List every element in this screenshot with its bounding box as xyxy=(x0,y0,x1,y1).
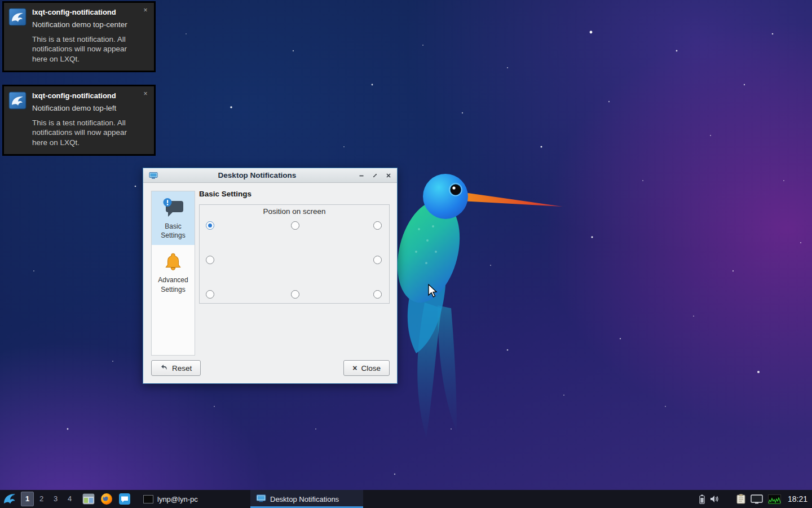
battery-icon[interactable] xyxy=(699,494,705,504)
volume-icon[interactable] xyxy=(710,494,720,503)
taskbar-panel: 1 2 3 4 xyxy=(0,490,812,508)
task-list: lynp@lyn-pc Desktop Notifications xyxy=(138,490,363,508)
radio-position-bottom-left[interactable] xyxy=(206,290,214,299)
firefox-launcher-icon[interactable] xyxy=(100,493,113,505)
window-icon xyxy=(149,171,158,180)
cpu-monitor-icon[interactable] xyxy=(768,494,781,504)
notification-content: lxqt-config-notificationd Notification d… xyxy=(32,91,148,147)
messenger-launcher-icon[interactable] xyxy=(118,493,131,505)
terminal-icon xyxy=(143,495,153,503)
lxqt-app-icon xyxy=(8,91,28,147)
groupbox-title: Position on screen xyxy=(200,205,389,216)
restore-icon[interactable] xyxy=(370,171,380,180)
sidebar-item-label: Advanced Settings xyxy=(158,276,188,293)
start-menu-button[interactable] xyxy=(0,490,19,508)
file-manager-launcher-icon[interactable] xyxy=(82,493,95,505)
dialog-close-button[interactable]: × Close xyxy=(343,360,390,376)
workspace-1[interactable]: 1 xyxy=(21,492,34,506)
clipboard-icon[interactable] xyxy=(736,494,745,504)
task-label: lynp@lyn-pc xyxy=(157,495,198,503)
notification-app-name: lxqt-config-notificationd xyxy=(32,8,143,16)
lxqt-app-icon xyxy=(8,8,28,64)
desktop[interactable]: lxqt-config-notificationd Notification d… xyxy=(0,0,812,508)
hummingbird-wallpaper-art xyxy=(394,167,585,461)
workspace-4[interactable]: 4 xyxy=(63,492,76,506)
reset-label: Reset xyxy=(172,364,192,373)
radio-position-bottom-right[interactable] xyxy=(373,290,382,299)
notification-body: This is a test notification. All notific… xyxy=(32,34,143,64)
task-label: Desktop Notifications xyxy=(270,495,339,503)
notification-summary: Notification demo top-left xyxy=(32,103,143,113)
notification-close-icon[interactable]: × xyxy=(142,90,149,98)
system-tray: 18:21 xyxy=(699,494,812,504)
task-desktop-notifications[interactable]: Desktop Notifications xyxy=(250,490,363,508)
notification-popup-1: lxqt-config-notificationd Notification d… xyxy=(2,1,156,72)
notification-app-name: lxqt-config-notificationd xyxy=(32,91,143,100)
dialog-footer: Reset × Close xyxy=(151,360,390,376)
task-terminal[interactable]: lynp@lyn-pc xyxy=(138,490,250,508)
sidebar-item-label: Basic Settings xyxy=(161,222,185,239)
window-body: Basic Settings Advanced Settings Basic S… xyxy=(143,183,397,383)
radio-position-top-right[interactable] xyxy=(373,221,382,230)
desktop-notifications-icon xyxy=(256,493,266,505)
radio-position-top-left[interactable] xyxy=(206,221,214,230)
notification-content: lxqt-config-notificationd Notification d… xyxy=(32,8,148,64)
window-title: Desktop Notifications xyxy=(158,171,356,179)
workspace-switcher: 1 2 3 4 xyxy=(20,492,77,506)
radio-position-bottom-center[interactable] xyxy=(291,290,299,299)
workspace-3[interactable]: 3 xyxy=(49,492,62,506)
settings-sidebar: Basic Settings Advanced Settings xyxy=(151,191,195,356)
close-icon[interactable] xyxy=(383,171,394,180)
notification-close-icon[interactable]: × xyxy=(142,7,149,15)
lxqt-logo-icon xyxy=(2,492,17,506)
display-icon[interactable] xyxy=(751,494,763,504)
quick-launch xyxy=(82,493,131,505)
clock[interactable]: 18:21 xyxy=(788,494,807,503)
notification-body: This is a test notification. All notific… xyxy=(32,118,143,148)
window-controls xyxy=(356,171,394,180)
mouse-cursor xyxy=(427,284,438,299)
advanced-settings-bell-icon xyxy=(153,251,193,274)
page-heading: Basic Settings xyxy=(199,190,390,198)
reset-icon xyxy=(160,364,168,373)
close-glyph-icon: × xyxy=(352,364,357,373)
radio-position-middle-left[interactable] xyxy=(206,256,214,264)
sidebar-item-advanced-settings[interactable]: Advanced Settings xyxy=(152,245,195,299)
close-label: Close xyxy=(361,364,381,373)
workspace-2[interactable]: 2 xyxy=(35,492,48,506)
window-titlebar[interactable]: Desktop Notifications xyxy=(143,168,397,183)
position-on-screen-groupbox: Position on screen xyxy=(199,204,390,304)
reset-button[interactable]: Reset xyxy=(151,360,201,376)
desktop-notifications-window: Desktop Notifications xyxy=(143,168,398,384)
notification-summary: Notification demo top-center xyxy=(32,20,143,30)
settings-page: Basic Settings Position on screen xyxy=(199,190,390,304)
sidebar-item-basic-settings[interactable]: Basic Settings xyxy=(152,191,195,245)
radio-position-top-center[interactable] xyxy=(291,221,299,230)
notification-popup-2: lxqt-config-notificationd Notification d… xyxy=(2,85,156,156)
basic-settings-icon xyxy=(153,198,193,220)
radio-position-middle-right[interactable] xyxy=(373,256,382,264)
minimize-icon[interactable] xyxy=(356,171,367,180)
